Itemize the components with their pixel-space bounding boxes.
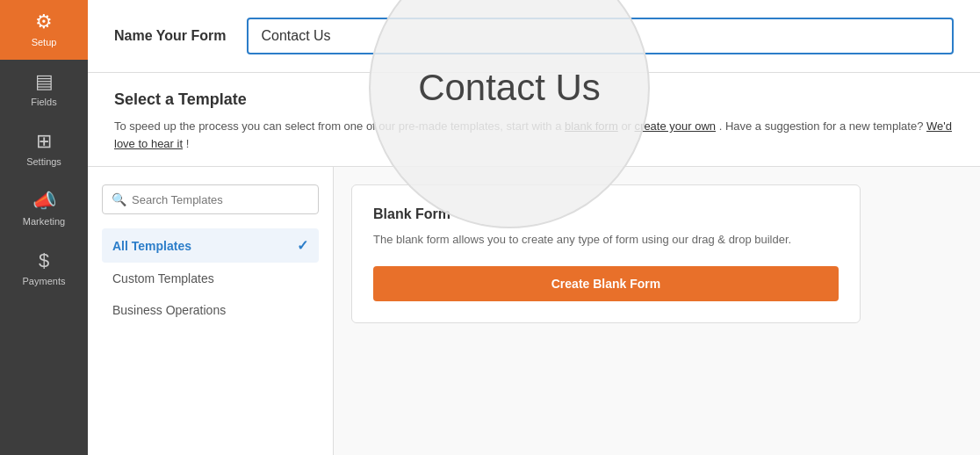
- template-section-desc: To speed up the process you can select f…: [114, 118, 954, 152]
- bottom-section: 🔍 All Templates ✓ Custom Templates Busin…: [88, 167, 980, 455]
- search-box[interactable]: 🔍: [102, 184, 319, 214]
- sidebar-item-settings[interactable]: ⊞ Settings: [0, 119, 88, 179]
- template-section-title: Select a Template: [114, 90, 954, 109]
- create-own-link[interactable]: create your own: [635, 119, 717, 133]
- blank-form-card-title: Blank Form: [373, 206, 839, 222]
- nav-business-operations[interactable]: Business Operations: [102, 294, 319, 326]
- fields-icon: ▤: [35, 72, 54, 91]
- blank-form-card: Blank Form The blank form allows you to …: [351, 184, 861, 323]
- sidebar-item-payments[interactable]: $ Payments: [0, 239, 88, 299]
- desc-end: !: [186, 137, 190, 150]
- sidebar-label-payments: Payments: [23, 276, 66, 286]
- blank-form-card-desc: The blank form allows you to create any …: [373, 231, 839, 249]
- nav-all-templates-label: All Templates: [112, 239, 191, 253]
- blank-form-link[interactable]: blank form: [565, 119, 618, 133]
- sidebar-item-setup[interactable]: ⚙ Setup: [0, 0, 88, 60]
- marketing-icon: 📣: [32, 191, 56, 211]
- desc-after: . Have a suggestion for a new template?: [719, 119, 926, 133]
- gear-icon: ⚙: [35, 12, 53, 32]
- desc-middle: or: [621, 119, 634, 133]
- select-template-section: Select a Template To speed up the proces…: [88, 73, 980, 167]
- sidebar-label-marketing: Marketing: [23, 216, 65, 227]
- sidebar-label-setup: Setup: [32, 37, 57, 47]
- nav-business-operations-label: Business Operations: [112, 303, 226, 317]
- sidebar-item-marketing[interactable]: 📣 Marketing: [0, 179, 88, 239]
- desc-before: To speed up the process you can select f…: [114, 119, 565, 133]
- settings-icon: ⊞: [36, 132, 52, 151]
- search-icon: 🔍: [112, 192, 126, 206]
- name-form-section: Name Your Form: [88, 0, 980, 73]
- nav-all-templates[interactable]: All Templates ✓: [102, 228, 319, 263]
- right-panel: Blank Form The blank form allows you to …: [334, 167, 980, 455]
- form-name-input[interactable]: [247, 18, 954, 54]
- main-content: Name Your Form Select a Template To spee…: [88, 0, 980, 455]
- left-panel: 🔍 All Templates ✓ Custom Templates Busin…: [88, 167, 334, 455]
- create-blank-form-button[interactable]: Create Blank Form: [373, 266, 839, 301]
- sidebar-label-settings: Settings: [26, 156, 61, 167]
- nav-custom-templates-label: Custom Templates: [112, 271, 214, 285]
- sidebar: ⚙ Setup ▤ Fields ⊞ Settings 📣 Marketing …: [0, 0, 88, 455]
- payments-icon: $: [39, 251, 49, 271]
- main-wrapper: Contact Us Name Your Form Select a Templ…: [88, 0, 980, 455]
- sidebar-label-fields: Fields: [31, 97, 56, 107]
- name-form-label: Name Your Form: [114, 28, 226, 44]
- nav-custom-templates[interactable]: Custom Templates: [102, 263, 319, 294]
- search-input[interactable]: [132, 193, 309, 206]
- checkmark-icon: ✓: [297, 237, 308, 254]
- sidebar-item-fields[interactable]: ▤ Fields: [0, 60, 88, 119]
